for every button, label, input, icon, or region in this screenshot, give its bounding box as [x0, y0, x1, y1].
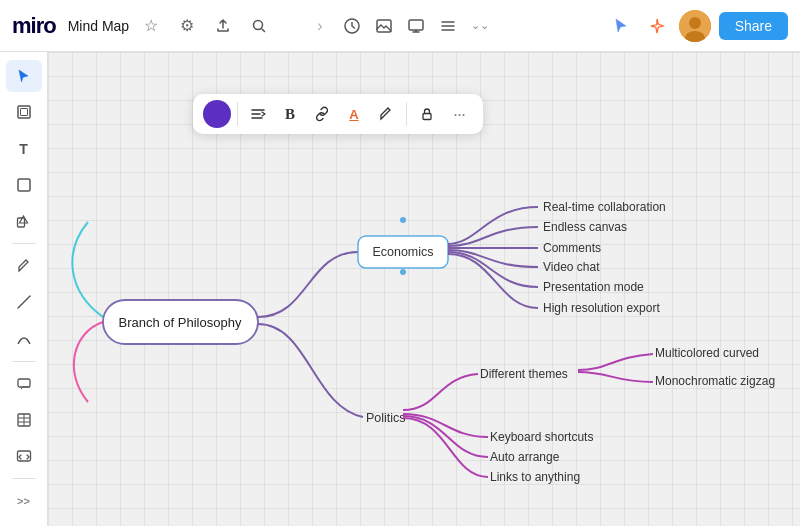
child-comments: Comments	[543, 241, 601, 255]
shapes-tool[interactable]	[6, 205, 42, 237]
avatar[interactable]	[679, 10, 711, 42]
child-multicolored: Multicolored curved	[655, 346, 759, 360]
svg-rect-7	[18, 106, 30, 118]
export-icon[interactable]	[209, 12, 237, 40]
ft-align-button[interactable]	[244, 100, 272, 128]
sticky-tool[interactable]	[6, 169, 42, 201]
svg-rect-3	[409, 20, 423, 30]
select-tool[interactable]	[6, 60, 42, 92]
chevron-down-icon[interactable]: ⌄⌄	[466, 12, 494, 40]
doc-title[interactable]: Mind Map	[68, 18, 129, 34]
color-picker[interactable]	[203, 100, 231, 128]
toolbar-separator-2	[12, 361, 36, 362]
ft-pen-button[interactable]	[372, 100, 400, 128]
ft-separator-2	[406, 102, 407, 126]
screen-icon[interactable]	[402, 12, 430, 40]
economics-label: Economics	[372, 245, 433, 259]
frame-tool[interactable]	[6, 96, 42, 128]
child-keyboard: Keyboard shortcuts	[490, 430, 593, 444]
svg-point-18	[400, 269, 406, 275]
lines-icon[interactable]	[434, 12, 462, 40]
child-canvas: Endless canvas	[543, 220, 627, 234]
ft-more-button[interactable]: ···	[445, 100, 473, 128]
sparkle-icon[interactable]	[643, 12, 671, 40]
toolbar-separator-1	[12, 243, 36, 244]
politics-label: Politics	[366, 411, 406, 425]
child-realtime: Real-time collaboration	[543, 200, 666, 214]
pen-tool[interactable]	[6, 250, 42, 282]
search-icon[interactable]	[245, 12, 273, 40]
header-right: Share	[607, 10, 788, 42]
child-highres: High resolution export	[543, 301, 660, 315]
logo: miro	[12, 13, 56, 39]
left-toolbar: T >>	[0, 52, 48, 526]
star-icon[interactable]: ☆	[137, 12, 165, 40]
ft-bold-button[interactable]: B	[276, 100, 304, 128]
arc-tool[interactable]	[6, 322, 42, 354]
comment-tool[interactable]	[6, 367, 42, 399]
timer-icon[interactable]	[338, 12, 366, 40]
child-monochromatic: Monochromatic zigzag	[655, 374, 775, 388]
svg-rect-11	[18, 379, 30, 387]
svg-point-17	[400, 217, 406, 223]
child-links: Links to anything	[490, 470, 580, 484]
settings-icon[interactable]: ⚙	[173, 12, 201, 40]
share-button[interactable]: Share	[719, 12, 788, 40]
child-presentation: Presentation mode	[543, 280, 644, 294]
image-icon[interactable]	[370, 12, 398, 40]
nav-arrow-icon[interactable]: ›	[306, 12, 334, 40]
svg-rect-14	[423, 114, 431, 120]
canvas[interactable]: B A ··· .mm-path { fill: none; stroke-wi…	[48, 52, 800, 526]
table-tool[interactable]	[6, 404, 42, 436]
embed-tool[interactable]	[6, 440, 42, 472]
ft-separator-1	[237, 102, 238, 126]
header: miro Mind Map ☆ ⚙ › ⌄⌄	[0, 0, 800, 52]
child-autoarrange: Auto arrange	[490, 450, 560, 464]
svg-point-5	[689, 17, 701, 29]
main: T >>	[0, 52, 800, 526]
line-tool[interactable]	[6, 286, 42, 318]
ft-text-color-button[interactable]: A	[340, 100, 368, 128]
cursor-icon[interactable]	[607, 12, 635, 40]
svg-rect-9	[18, 179, 30, 191]
floating-toolbar: B A ···	[193, 94, 483, 134]
root-label: Branch of Philosophy	[119, 315, 242, 330]
header-center: › ⌄⌄	[306, 12, 494, 40]
child-videochat: Video chat	[543, 260, 600, 274]
svg-rect-8	[20, 109, 27, 116]
text-tool[interactable]: T	[6, 132, 42, 164]
more-tools[interactable]: >>	[6, 485, 42, 518]
ft-lock-button[interactable]	[413, 100, 441, 128]
toolbar-separator-3	[12, 478, 36, 479]
svg-point-0	[254, 20, 263, 29]
different-themes-label: Different themes	[480, 367, 568, 381]
ft-link-button[interactable]	[308, 100, 336, 128]
